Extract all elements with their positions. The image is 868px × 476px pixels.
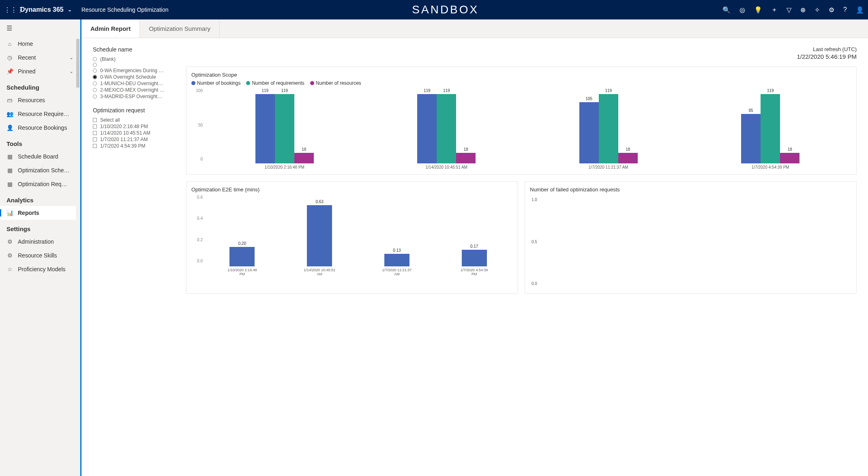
chevron-down-icon[interactable]: ⌄: [69, 55, 73, 60]
topbar: ⋮⋮⋮ Dynamics 365 ⌄ Resource Scheduling O…: [0, 0, 868, 19]
bar[interactable]: 119: [437, 94, 456, 163]
bar-group: 0.201/10/2020 2:16:48 PM: [204, 247, 281, 276]
bulb-icon[interactable]: 💡: [754, 6, 762, 14]
schedule-option[interactable]: 2-MEXICO-MEX Overnight …: [93, 87, 178, 93]
sidebar-item[interactable]: ▦Optimization Sche…: [0, 163, 80, 177]
bar-value: 18: [618, 147, 638, 152]
bar[interactable]: 0.17: [462, 250, 487, 266]
schedule-option[interactable]: 0-WA Emergencies During …: [93, 67, 178, 74]
bar-value: 105: [579, 96, 599, 101]
bar[interactable]: 85: [741, 114, 761, 163]
bar[interactable]: 0.20: [229, 247, 255, 266]
option-label: 1/7/2020 4:54:39 PM: [100, 143, 145, 149]
nav-label: Resource Bookings: [18, 124, 67, 131]
nav-label: Pinned: [18, 68, 36, 75]
nav-icon: 📌: [6, 68, 13, 75]
user-icon[interactable]: 👤: [856, 6, 864, 14]
request-option[interactable]: 1/10/2020 2:16:48 PM: [93, 123, 178, 130]
sidebar-item[interactable]: ☆Proficiency Models: [0, 262, 80, 276]
radio-icon: [93, 88, 97, 92]
category-label: 1/14/2020 10:45:51 AM: [426, 165, 467, 169]
bar[interactable]: 18: [456, 153, 476, 163]
filter-icon[interactable]: ▽: [787, 6, 791, 14]
category-label: 1/10/2020 2:16:48 PM: [265, 165, 304, 169]
category-label: 1/10/2020 2:16:48 PM: [226, 268, 258, 276]
bar[interactable]: 18: [780, 153, 799, 163]
bar[interactable]: 119: [275, 94, 294, 163]
bar[interactable]: 119: [255, 94, 275, 163]
schedule-option[interactable]: 1-MUNICH-DEU Overnight…: [93, 80, 178, 87]
nav-label: Administration: [18, 238, 54, 245]
tab[interactable]: Optimization Summary: [140, 19, 220, 38]
nav-heading: Tools: [0, 135, 80, 150]
radio-icon: [93, 94, 97, 99]
bar[interactable]: 119: [761, 94, 780, 163]
task-icon[interactable]: ◎: [739, 6, 745, 14]
sidebar-item[interactable]: ⚙Resource Skills: [0, 249, 80, 262]
radio-icon: [93, 75, 97, 79]
request-option[interactable]: 1/7/2020 4:54:39 PM: [93, 143, 178, 149]
sidebar-item[interactable]: ▦Schedule Board: [0, 150, 80, 163]
bar[interactable]: 119: [417, 94, 437, 163]
plus-circle-icon[interactable]: ⊕: [800, 6, 806, 14]
gear-icon[interactable]: ⚙: [829, 6, 834, 14]
sidebar-item-recent[interactable]: ◷Recent⌄: [0, 51, 80, 64]
schedule-option[interactable]: [93, 62, 178, 67]
option-label: 1-MUNICH-DEU Overnight…: [100, 81, 163, 86]
request-option[interactable]: 1/7/2020 11:21:37 AM: [93, 136, 178, 143]
bar-value: 18: [780, 147, 799, 152]
select-all[interactable]: Select all: [93, 117, 178, 123]
chevron-down-icon[interactable]: ⌄: [69, 69, 73, 74]
sidebar-item[interactable]: 👥Resource Require…: [0, 107, 80, 121]
sidebar-item[interactable]: ⚙Administration: [0, 235, 80, 249]
legend-item: Number of resources: [310, 80, 361, 86]
bar[interactable]: 0.13: [384, 254, 409, 266]
app-launcher-icon[interactable]: ⋮⋮⋮: [4, 6, 17, 14]
chevron-down-icon[interactable]: ⌄: [68, 7, 72, 13]
request-option[interactable]: 1/14/2020 10:45:51 AM: [93, 130, 178, 136]
brand[interactable]: Dynamics 365 ⌄: [20, 6, 72, 13]
search-icon[interactable]: 🔍: [722, 6, 731, 14]
bar-value: 85: [741, 108, 761, 113]
sidebar-toggle-icon[interactable]: ☰: [0, 19, 80, 37]
nav-icon: ☆: [6, 266, 13, 272]
bar-group: 119119181/14/2020 10:45:51 AM: [366, 90, 528, 169]
bar[interactable]: 119: [599, 94, 618, 163]
option-label: 2-MEXICO-MEX Overnight …: [100, 87, 165, 93]
legend-swatch: [246, 81, 250, 85]
bar-group: 105119181/7/2020 11:21:37 AM: [527, 90, 690, 169]
filters-panel: Schedule name (Blank)0-WA Emergencies Du…: [93, 46, 178, 468]
puzzle-icon[interactable]: ✧: [814, 6, 820, 14]
sidebar-item-pinned[interactable]: 📌Pinned⌄: [0, 64, 80, 78]
bar[interactable]: 18: [618, 153, 638, 163]
checkbox-icon: [93, 118, 97, 122]
schedule-option[interactable]: 3-MADRID-ESP Overnight…: [93, 93, 178, 100]
last-refresh: Last refresh (UTC) 1/22/2020 5:46:19 PM: [186, 46, 857, 60]
option-label: 0-WA Overnight Schedule: [100, 74, 156, 80]
chart-legend: Number of bookingsNumber of requirements…: [191, 80, 851, 86]
brand-label: Dynamics 365: [20, 6, 64, 13]
radio-icon: [93, 81, 97, 86]
schedule-option[interactable]: (Blank): [93, 56, 178, 62]
bar[interactable]: 105: [579, 102, 599, 163]
checkbox-icon: [93, 131, 97, 135]
schedule-option[interactable]: 0-WA Overnight Schedule: [93, 74, 178, 80]
bar[interactable]: 0.63: [307, 205, 332, 266]
option-label: Select all: [100, 117, 120, 123]
sidebar-item[interactable]: 👤Resource Bookings: [0, 121, 80, 135]
sidebar-item[interactable]: 🗃Resources: [0, 93, 80, 107]
bar-value: 119: [599, 88, 618, 93]
help-icon[interactable]: ?: [843, 6, 847, 13]
tab[interactable]: Admin Report: [81, 19, 140, 38]
sidebar-scrollbar[interactable]: [76, 37, 80, 476]
checkbox-icon: [93, 137, 97, 142]
sidebar-item-home[interactable]: ⌂Home: [0, 37, 80, 51]
nav-icon: ⌂: [6, 41, 13, 47]
sidebar-item[interactable]: 📊Reports: [0, 206, 80, 220]
refresh-label: Last refresh (UTC): [186, 46, 857, 52]
sidebar-item[interactable]: ▦Optimization Req…: [0, 177, 80, 191]
bar-value: 119: [275, 88, 294, 93]
bar-value: 119: [255, 88, 275, 93]
add-icon[interactable]: ＋: [771, 6, 778, 14]
bar[interactable]: 18: [294, 153, 314, 163]
